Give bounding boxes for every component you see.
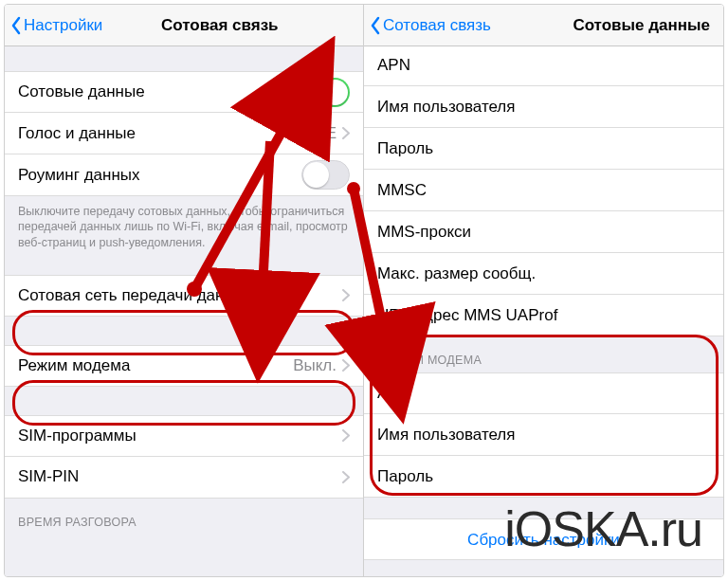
right-pane: Сотовая связь Сотовые данные APN Имя пол…: [364, 5, 723, 576]
row-username[interactable]: Имя пользователя: [364, 86, 723, 128]
chevron-right-icon: [342, 359, 350, 372]
label-mms-uaprof: URL-адрес MMS UAProf: [377, 306, 710, 325]
page-title: Сотовые данные: [573, 16, 710, 35]
row-cdn[interactable]: Сотовая сеть передачи данных: [5, 275, 363, 317]
row-sim-pin[interactable]: SIM-PIN: [5, 457, 363, 499]
row-modem-password[interactable]: Пароль: [364, 456, 723, 498]
label-modem-apn: APN: [377, 384, 710, 403]
row-mms-proxy[interactable]: MMS-прокси: [364, 211, 723, 253]
label-mms-max: Макс. размер сообщ.: [377, 264, 710, 283]
chevron-right-icon: [342, 127, 350, 139]
page-title: Сотовая связь: [161, 16, 279, 35]
label-hotspot: Режим модема: [18, 356, 293, 375]
row-modem-apn[interactable]: APN: [364, 372, 723, 414]
row-mms-uaprof[interactable]: URL-адрес MMS UAProf: [364, 295, 723, 336]
row-mmsc[interactable]: MMSC: [364, 170, 723, 211]
row-roaming[interactable]: Роуминг данных: [5, 154, 363, 196]
row-sim-apps[interactable]: SIM-программы: [5, 415, 363, 457]
label-roaming: Роуминг данных: [18, 166, 301, 185]
toggle-roaming[interactable]: [301, 160, 350, 190]
back-button[interactable]: Настройки: [10, 16, 102, 35]
value-voice-data: LTE: [308, 124, 337, 143]
label-password: Пароль: [377, 139, 710, 158]
row-cellular-data[interactable]: Сотовые данные: [5, 71, 363, 113]
back-button[interactable]: Сотовая связь: [370, 16, 491, 35]
label-modem-password: Пароль: [377, 467, 710, 486]
label-sim-pin: SIM-PIN: [18, 467, 342, 486]
chevron-right-icon: [342, 429, 350, 442]
section-modem-header: РЕЖИМ МОДЕМА: [364, 336, 723, 372]
row-hotspot[interactable]: Режим модема Выкл.: [5, 345, 363, 387]
chevron-left-icon: [370, 16, 381, 35]
label-modem-username: Имя пользователя: [377, 426, 710, 445]
navbar-right: Сотовая связь Сотовые данные: [364, 5, 723, 46]
row-mms-max[interactable]: Макс. размер сообщ.: [364, 253, 723, 295]
navbar-left: Настройки Сотовая связь: [5, 5, 363, 46]
label-apn-top: APN: [377, 56, 710, 75]
label-voice-data: Голос и данные: [18, 124, 308, 143]
back-label: Сотовая связь: [383, 16, 491, 35]
chevron-right-icon: [342, 471, 350, 483]
chevron-left-icon: [10, 16, 22, 35]
label-mms-proxy: MMS-прокси: [377, 223, 710, 242]
footer-note: Выключите передачу сотовых данных, чтобы…: [5, 196, 363, 262]
left-pane: Настройки Сотовая связь Сотовые данные Г…: [5, 5, 364, 576]
value-hotspot: Выкл.: [293, 356, 337, 375]
label-cdn: Сотовая сеть передачи данных: [18, 286, 342, 305]
row-apn-top[interactable]: APN: [364, 45, 723, 86]
label-username: Имя пользователя: [377, 98, 710, 117]
row-voice-data[interactable]: Голос и данные LTE: [5, 113, 363, 154]
row-modem-username[interactable]: Имя пользователя: [364, 414, 723, 456]
row-password[interactable]: Пароль: [364, 128, 723, 170]
label-sim-apps: SIM-программы: [18, 427, 342, 445]
section-call-time: ВРЕМЯ РАЗГОВОРА: [5, 499, 363, 535]
reset-label: Сбросить настройки: [467, 531, 620, 549]
chevron-right-icon: [342, 289, 350, 301]
back-label: Настройки: [24, 16, 102, 35]
toggle-cellular-data[interactable]: [301, 78, 350, 107]
label-cellular-data: Сотовые данные: [18, 82, 301, 101]
label-mmsc: MMSC: [377, 181, 710, 200]
reset-button[interactable]: Сбросить настройки: [364, 518, 723, 560]
